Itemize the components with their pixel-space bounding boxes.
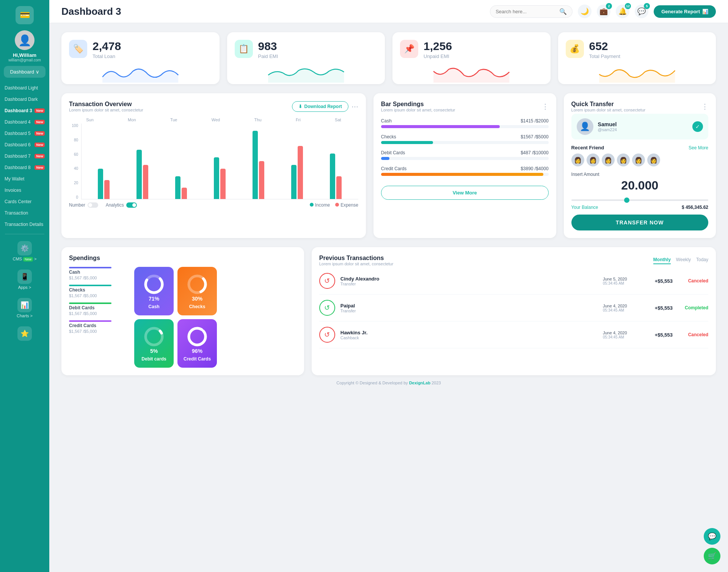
sidebar-item-dashboard-dark[interactable]: Dashboard Dark <box>0 94 49 105</box>
unpaid-emi-label: Unpaid EMI <box>424 53 452 59</box>
topbar-right: 🔍 🌙 💼 2 🔔 12 💬 5 Generate Report 📊 <box>490 5 716 18</box>
number-legend-label: Number <box>69 202 85 208</box>
tx-cindy: ↺ Cindy Alexandro Transfer June 5, 2020 … <box>319 268 708 295</box>
search-icon: 🔍 <box>559 8 567 15</box>
donut-cash: 71% Cash <box>134 267 174 315</box>
stat-card-total-payment: 💰 652 Total Payment <box>558 32 716 84</box>
debit-donut-label: Debit cards <box>141 356 166 362</box>
avatar: 👤 <box>15 30 35 50</box>
sidebar-item-transaction[interactable]: Transaction <box>0 207 49 219</box>
donut-checks: 30% Checks <box>177 267 217 315</box>
tx-paipal: ↺ Paipal Transfer June 4, 2020 05:34:45 … <box>319 295 708 321</box>
wallet-button[interactable]: 💼 2 <box>597 5 610 18</box>
donut-debit: 5% Debit cards <box>134 319 174 368</box>
sidebar-item-dashboard3[interactable]: Dashboard 3 New <box>0 105 49 116</box>
donut-chart-credit <box>186 325 209 348</box>
total-payment-value: 652 <box>589 40 620 53</box>
quick-transfer-user: 👤 Samuel @sam224 ✓ <box>571 114 708 139</box>
sidebar-item-invoices[interactable]: Invoices <box>0 185 49 196</box>
footer-brand: DexignLab <box>409 381 430 385</box>
sidebar-item-dashboard7[interactable]: Dashboard 7 New <box>0 150 49 162</box>
middle-row: Transaction Overview Lorem ipsum dolor s… <box>61 93 716 238</box>
transaction-overview-card: Transaction Overview Lorem ipsum dolor s… <box>61 93 366 238</box>
sidebar-item-dashboard4[interactable]: Dashboard 4 New <box>0 116 49 128</box>
bottom-row: Spendings Cash $1,567 /$5,000 Checks $1,… <box>61 247 716 375</box>
tx-complete-icon-2: ↺ <box>319 300 335 316</box>
payment-icon: 💰 <box>566 40 584 58</box>
samuel-avatar: 👤 <box>577 118 593 135</box>
see-more-link[interactable]: See More <box>689 145 708 150</box>
friend-avatar-4[interactable]: 👩 <box>617 154 630 166</box>
sidebar-item-dashboard5[interactable]: Dashboard 5 New <box>0 128 49 139</box>
sidebar-item-dashboard-light[interactable]: Dashboard Light <box>0 82 49 94</box>
moon-icon: 🌙 <box>581 7 589 16</box>
sidebar-icon-section: ⚙️ CMS New > 📱 Apps > 📊 Charts > ⭐ <box>0 238 49 345</box>
sidebar-item-apps[interactable]: 📱 Apps > <box>0 266 49 293</box>
sidebar-item-charts[interactable]: 📊 Charts > <box>0 295 49 321</box>
bar-spendings-more-button[interactable]: ⋮ <box>542 102 549 111</box>
friend-avatar-5[interactable]: 👩 <box>632 154 645 166</box>
sidebar-item-wallet[interactable]: My Wallet <box>0 173 49 185</box>
friend-avatar-2[interactable]: 👩 <box>587 154 599 166</box>
unpaid-emi-value: 1,256 <box>424 40 452 53</box>
sidebar-item-dashboard8[interactable]: Dashboard 8 New <box>0 162 49 173</box>
sidebar-item-cms[interactable]: ⚙️ CMS New > <box>0 238 49 264</box>
main-content: Dashboard 3 🔍 🌙 💼 2 🔔 12 💬 5 Gen <box>49 0 728 572</box>
content-area: 🏷️ 2,478 Total Loan 📋 983 Paid EMI <box>49 23 728 572</box>
prev-tx-tabs: Monthly Weekly Today <box>653 257 708 264</box>
friend-avatar-6[interactable]: 👩 <box>647 154 660 166</box>
friend-avatar-3[interactable]: 👩 <box>602 154 615 166</box>
number-toggle[interactable] <box>88 202 98 208</box>
sidebar-logo: 💳 <box>16 6 34 24</box>
search-box[interactable]: 🔍 <box>490 5 573 18</box>
recent-friend-label: Recent Friend <box>571 145 604 150</box>
cart-fab[interactable]: 🛒 <box>704 548 720 564</box>
support-fab[interactable]: 💬 <box>704 528 720 545</box>
chat-button[interactable]: 💬 5 <box>635 5 648 18</box>
apps-icon: 📱 <box>17 270 32 284</box>
spendings-list: Cash $1,567 /$5,000 Checks $1,567 /$5,00… <box>69 267 122 368</box>
tx-name-1: Cindy Alexandro <box>340 276 380 282</box>
analytics-toggle[interactable] <box>126 202 137 208</box>
dashboard-toggle[interactable]: Dashboard ∨ <box>4 66 45 78</box>
generate-report-button[interactable]: Generate Report 📊 <box>654 5 716 18</box>
bar-group <box>214 157 226 199</box>
view-more-button[interactable]: View More <box>381 186 549 200</box>
total-payment-label: Total Payment <box>589 53 620 59</box>
download-report-button[interactable]: ⬇ Download Report <box>292 101 348 112</box>
page-title: Dashboard 3 <box>61 6 121 17</box>
bar-spendings-title: Bar Spendings <box>381 101 455 108</box>
sidebar-item-transaction-details[interactable]: Transaction Details <box>0 219 49 230</box>
chart-x-labels: SunMonTueWedThuFriSat <box>69 118 358 122</box>
tab-monthly[interactable]: Monthly <box>653 257 671 264</box>
donut-chart-cash <box>143 273 165 296</box>
tab-weekly[interactable]: Weekly <box>676 257 691 264</box>
wallet-icon: 💼 <box>599 7 608 16</box>
bar-group <box>253 131 264 199</box>
transfer-amount: 20.000 <box>571 179 708 193</box>
quick-transfer-more-button[interactable]: ⋮ <box>701 102 708 111</box>
bar-group <box>175 176 187 199</box>
bar-chart-container <box>81 124 358 199</box>
more-options-button[interactable]: ⋯ <box>351 102 358 111</box>
moon-button[interactable]: 🌙 <box>578 5 592 18</box>
sidebar-item-cards[interactable]: Cards Center <box>0 196 49 207</box>
search-input[interactable] <box>496 9 556 14</box>
footer-text: Copyright © Designed & Developed by <box>336 381 408 385</box>
donut-chart-debit <box>143 325 165 348</box>
new-badge: New <box>35 131 45 136</box>
amount-slider[interactable] <box>571 199 708 201</box>
bell-button[interactable]: 🔔 12 <box>616 5 629 18</box>
tab-today[interactable]: Today <box>696 257 708 264</box>
donut-chart-checks <box>186 273 209 296</box>
sidebar-item-dashboard6[interactable]: Dashboard 6 New <box>0 139 49 150</box>
quick-transfer-subtitle: Lorem ipsum dolor sit amet, consectetur <box>571 108 646 112</box>
bar-group <box>330 154 342 199</box>
transfer-now-button[interactable]: TRANSFER NOW <box>571 215 708 230</box>
income-legend: Income <box>310 202 330 208</box>
bar-spendings-card: Bar Spendings Lorem ipsum dolor sit amet… <box>373 93 556 238</box>
friend-avatar-1[interactable]: 👩 <box>571 154 584 166</box>
spendings-title: Spendings <box>69 255 297 262</box>
sidebar-item-star[interactable]: ⭐ <box>0 323 49 345</box>
cash-bar <box>69 267 111 268</box>
